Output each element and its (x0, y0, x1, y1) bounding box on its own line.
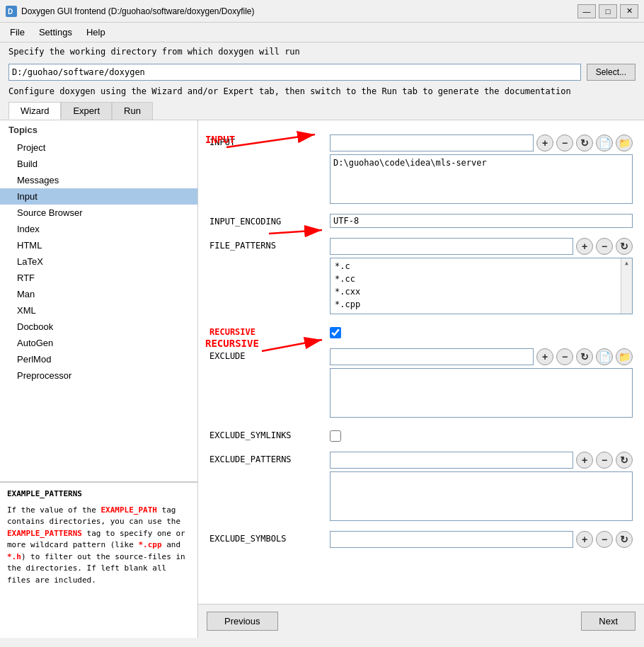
input-remove-button[interactable]: − (556, 134, 573, 151)
next-button[interactable]: Next (581, 612, 636, 631)
menu-file[interactable]: File (3, 25, 32, 40)
desc-highlight-3: *.cpp (138, 540, 161, 549)
exclude-symbols-refresh-button[interactable]: ↻ (616, 531, 633, 548)
svg-text:D: D (8, 8, 13, 16)
exclude-patterns-field-row: EXCLUDE_PATTERNS + − ↻ (209, 452, 633, 521)
exclude-label: EXCLUDE (209, 348, 330, 361)
list-item: *.cxx (332, 285, 631, 298)
sidebar-item-xml[interactable]: XML (0, 302, 197, 319)
exclude-patterns-text-field[interactable] (330, 452, 573, 469)
recursive-label: RECURSIVE (209, 324, 330, 337)
fields-scroll-area: INPUT RECURSIVE INPUT + (198, 120, 644, 604)
tab-wizard[interactable]: Wizard (8, 102, 61, 120)
list-item: *.cc (332, 273, 631, 285)
input-encoding-text-field[interactable] (330, 214, 633, 228)
list-item: *.cpp (332, 298, 631, 311)
exclude-textarea[interactable] (330, 368, 633, 418)
close-button[interactable]: ✕ (620, 4, 638, 18)
previous-button[interactable]: Previous (207, 612, 278, 631)
input-file-button[interactable]: 📄 (596, 134, 613, 151)
menu-settings[interactable]: Settings (32, 25, 79, 40)
working-dir-description: Specify the working directory from which… (0, 42, 644, 61)
input-add-button[interactable]: + (536, 134, 553, 151)
file-patterns-add-button[interactable]: + (576, 238, 593, 255)
file-patterns-text-field[interactable] (330, 238, 573, 255)
sidebar-item-autogen[interactable]: AutoGen (0, 335, 197, 351)
exclude-file-button[interactable]: 📄 (596, 348, 613, 365)
file-patterns-label: FILE_PATTERNS (209, 238, 330, 251)
input-textarea[interactable]: D:\guohao\code\idea\mls-server (330, 154, 633, 204)
exclude-symlinks-label: EXCLUDE_SYMLINKS (209, 428, 330, 440)
exclude-folder-button[interactable]: 📁 (616, 348, 633, 365)
sidebar-item-input[interactable]: Input (0, 188, 197, 205)
exclude-patterns-refresh-button[interactable]: ↻ (616, 452, 633, 469)
input-button-row: + − ↻ 📄 📁 (330, 134, 633, 151)
exclude-symbols-label: EXCLUDE_SYMBOLS (209, 531, 330, 544)
exclude-symlinks-checkbox[interactable] (330, 430, 341, 442)
file-patterns-remove-button[interactable]: − (596, 238, 613, 255)
menu-help[interactable]: Help (79, 25, 113, 40)
input-folder-button[interactable]: 📁 (616, 134, 633, 151)
input-encoding-label: INPUT_ENCODING (209, 214, 330, 227)
sidebar-item-source-browser[interactable]: Source Browser (0, 205, 197, 221)
app-icon: D (6, 6, 17, 17)
list-item: *.c (332, 260, 631, 273)
sidebar-item-build[interactable]: Build (0, 156, 197, 172)
topics-list: Topics Project Build Messages Input Sour… (0, 120, 197, 482)
desc-text: If the value of the EXAMPLE_PATH tag con… (7, 505, 190, 587)
titlebar: D Doxygen GUI frontend (D:/guohao/softwa… (0, 0, 644, 23)
exclude-symbols-text-field[interactable] (330, 531, 573, 548)
exclude-text-field[interactable] (330, 348, 534, 365)
configure-description: Configure doxygen using the Wizard and/o… (0, 84, 644, 102)
sidebar-item-messages[interactable]: Messages (0, 172, 197, 188)
sidebar: Topics Project Build Messages Input Sour… (0, 120, 198, 638)
select-dir-button[interactable]: Select... (587, 64, 636, 81)
svg-text:RECURSIVE: RECURSIVE (205, 338, 259, 349)
minimize-button[interactable]: — (577, 4, 596, 18)
sidebar-item-project[interactable]: Project (0, 139, 197, 156)
input-refresh-button[interactable]: ↻ (576, 134, 593, 151)
description-panel: EXAMPLE_PATTERNS If the value of the EXA… (0, 482, 197, 638)
sidebar-item-html[interactable]: HTML (0, 237, 197, 253)
desc-highlight-4: *.h (7, 552, 21, 561)
maximize-button[interactable]: □ (599, 4, 617, 18)
recursive-field-row: RECURSIVE (209, 324, 633, 338)
sidebar-item-rtf[interactable]: RTF (0, 270, 197, 286)
exclude-symlinks-controls (330, 428, 633, 442)
exclude-symbols-controls: + − ↻ (330, 531, 633, 548)
exclude-patterns-add-button[interactable]: + (576, 452, 593, 469)
menubar: File Settings Help (0, 23, 644, 42)
sidebar-item-man[interactable]: Man (0, 286, 197, 302)
exclude-symbols-remove-button[interactable]: − (596, 531, 613, 548)
sidebar-item-latex[interactable]: LaTeX (0, 253, 197, 270)
exclude-field-row: EXCLUDE + − ↻ 📄 📁 (209, 348, 633, 418)
tabs: Wizard Expert Run (0, 102, 644, 120)
right-content: INPUT RECURSIVE INPUT + (198, 120, 644, 638)
tab-run[interactable]: Run (112, 102, 153, 120)
sidebar-item-index[interactable]: Index (0, 221, 197, 237)
list-scrollbar: ▲ (621, 258, 632, 314)
tab-expert[interactable]: Expert (61, 102, 112, 120)
working-dir-input[interactable] (8, 64, 581, 81)
file-patterns-list: ▲ *.c *.cc *.cxx *.cpp (330, 258, 633, 314)
recursive-checkbox[interactable] (330, 327, 341, 338)
file-patterns-refresh-button[interactable]: ↻ (616, 238, 633, 255)
sidebar-item-docbook[interactable]: Docbook (0, 319, 197, 335)
sidebar-item-perlmod[interactable]: PerlMod (0, 351, 197, 367)
exclude-patterns-remove-button[interactable]: − (596, 452, 613, 469)
exclude-refresh-button[interactable]: ↻ (576, 348, 593, 365)
input-text-field[interactable] (330, 134, 534, 151)
main-content: Topics Project Build Messages Input Sour… (0, 120, 644, 638)
recursive-controls (330, 324, 633, 338)
bottom-nav: Previous Next (198, 604, 644, 638)
desc-highlight-1: EXAMPLE_PATH (100, 505, 156, 515)
sidebar-item-preprocessor[interactable]: Preprocessor (0, 367, 197, 384)
input-field-row: INPUT + − ↻ 📄 📁 D:\guohao\code\idea\mls-… (209, 134, 633, 204)
exclude-remove-button[interactable]: − (556, 348, 573, 365)
exclude-add-button[interactable]: + (536, 348, 553, 365)
desc-highlight-2: EXAMPLE_PATTERNS (7, 529, 82, 538)
exclude-symbols-add-button[interactable]: + (576, 531, 593, 548)
exclude-patterns-controls: + − ↻ (330, 452, 633, 521)
exclude-patterns-textarea[interactable] (330, 471, 633, 521)
exclude-patterns-label: EXCLUDE_PATTERNS (209, 452, 330, 464)
